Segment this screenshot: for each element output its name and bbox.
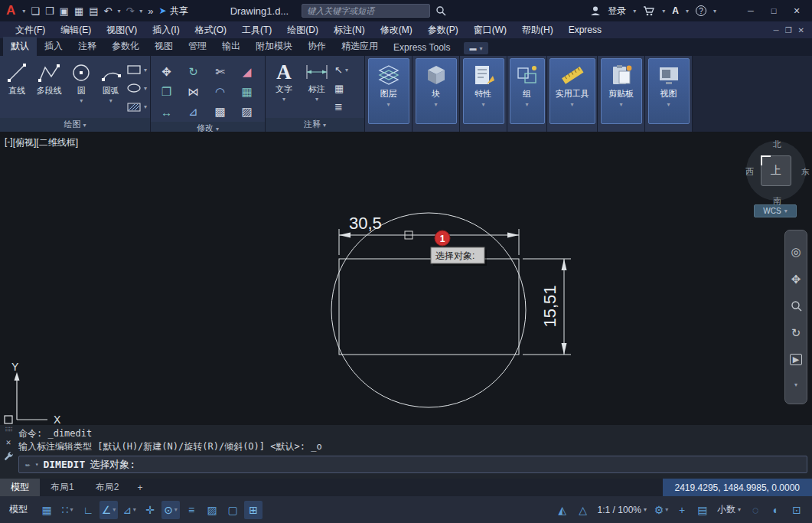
circle-tool[interactable]: 圆 ▾ [67,59,96,118]
view-button[interactable]: 视图 ▾ [648,58,690,124]
command-close-icon[interactable]: ✕ [6,437,11,447]
menu-help[interactable]: 帮助(H) [514,24,561,37]
new-layout-button[interactable]: + [129,479,150,496]
fillet-icon[interactable]: ◠ [215,85,225,99]
properties-button[interactable]: 特性 ▾ [463,58,504,124]
table-tool[interactable]: ▦ [334,83,348,94]
explode-icon[interactable]: ▨ [241,105,252,119]
recent-commands-icon[interactable]: ✏ [25,459,31,469]
viewcube-west[interactable]: 西 [745,166,754,178]
tab-model[interactable]: 模型 [0,479,40,496]
annotation-autoscale-toggle[interactable]: △ [574,501,592,519]
layers-button[interactable]: 图层 ▾ [368,58,409,124]
clipboard-button[interactable]: 剪贴板 ▾ [601,58,642,124]
arc-dropdown-icon[interactable]: ▾ [109,97,113,104]
share-button[interactable]: ➤ 共享 [159,5,188,18]
login-dropdown-icon[interactable]: ▾ [633,8,636,15]
minimize-button[interactable]: ─ [740,3,761,18]
viewport-view-control[interactable]: [俯视] [13,136,37,149]
ribbon-display-toggle[interactable]: ▬ ▾ [464,42,488,54]
command-input[interactable]: ✏ ▾ DIMEDIT 选择对象: [18,456,807,473]
menu-express[interactable]: Express [561,25,609,35]
login-button[interactable]: 登录 [608,5,626,18]
move-icon[interactable]: ✥ [161,65,171,79]
object-snap-toggle[interactable]: ⊙▾ [161,501,180,519]
maximize-button[interactable]: □ [763,3,784,18]
draw-panel-label[interactable]: 绘图 ▾ [0,118,150,132]
model-space-button[interactable]: 模型 [6,503,35,516]
ribbon-tab-output[interactable]: 输出 [214,37,248,56]
rotate-icon[interactable]: ↻ [188,65,198,79]
menu-modify[interactable]: 修改(M) [373,24,420,37]
ribbon-tab-view[interactable]: 视图 [147,37,181,56]
tolerance-tool[interactable]: ≣ [334,101,348,113]
line-tool[interactable]: 直线 [2,59,32,118]
doc-minimize-button[interactable]: ─ [774,26,779,34]
command-window[interactable]: 命令: _dimedit 输入标注编辑类型 [默认(H)/新建(N)/旋转(R)… [17,425,812,479]
search-input[interactable] [302,4,430,18]
object-snap-tracking-toggle[interactable]: ✛ [141,501,159,519]
tab-layout2[interactable]: 布局2 [85,479,130,496]
leader-tool[interactable]: ↖ ▾ [334,64,348,76]
orbit-icon[interactable]: ↻ [791,327,801,338]
quick-properties-toggle[interactable]: ▤ [693,501,712,519]
annotation-monitor-toggle[interactable]: + [673,501,691,519]
text-dropdown-icon[interactable]: ▾ [282,96,285,103]
copy-icon[interactable]: ❐ [161,85,171,99]
help-dropdown-icon[interactable]: ▾ [713,8,716,15]
polar-tracking-toggle[interactable]: ∠▾ [99,501,118,519]
viewcube[interactable]: 北 南 西 东 上 [739,138,812,208]
a-dropdown-icon[interactable]: ▾ [686,8,689,15]
rectangle-tool[interactable]: ▾ [126,64,147,75]
annotation-visibility-toggle[interactable]: ◭ [553,501,572,519]
ribbon-tab-collaborate[interactable]: 协作 [300,37,334,56]
viewcube-top-face[interactable]: 上 [761,155,791,186]
drawing-area[interactable]: 30,5 15,51 1 选择对象: [0,132,812,425]
mirror-icon[interactable]: ⋈ [188,85,199,99]
scale-icon[interactable]: ⊿ [188,105,198,119]
ribbon-tab-express[interactable]: Express Tools [386,39,458,56]
transparency-toggle[interactable]: ▨ [203,501,221,519]
coordinates-readout[interactable]: 2419.4295, 1484.9985, 0.0000 [663,479,812,496]
ribbon-tab-featured[interactable]: 精选应用 [334,37,386,56]
hatch-tool[interactable]: ▾ [126,102,147,113]
ribbon-tab-manage[interactable]: 管理 [181,37,214,56]
save-icon[interactable]: ▣ [60,5,69,17]
menu-file[interactable]: 文件(F) [8,24,53,37]
command-customize-wrench-icon[interactable] [3,451,14,462]
wcs-dropdown[interactable]: WCS ▾ [754,204,797,217]
user-icon[interactable] [590,5,601,16]
navigation-wheel-icon[interactable]: ◎ [791,246,801,257]
dimension-dropdown-icon[interactable]: ▾ [315,96,318,103]
circle-dropdown-icon[interactable]: ▾ [80,97,83,104]
workspace-switch[interactable]: ⚙▾ [652,501,670,519]
dimension-tool[interactable]: 标注 ▾ [300,59,334,118]
menu-format[interactable]: 格式(O) [188,24,234,37]
clean-screen-toggle[interactable]: ⊡ [788,501,806,519]
redo-icon[interactable]: ↷ [126,5,134,17]
annotate-panel-label[interactable]: 注释 ▾ [266,118,364,132]
ellipse-tool[interactable]: ▾ [126,83,147,93]
units-button[interactable]: 小数▾ [714,503,744,516]
autodesk-a-icon[interactable]: A [672,5,679,16]
graphics-performance-toggle[interactable]: ◐ [767,501,785,519]
annotation-scale-button[interactable]: 1:1 / 100%▾ [595,505,650,515]
zoom-icon[interactable] [791,300,802,312]
menu-draw[interactable]: 绘图(D) [279,24,326,37]
stretch-icon[interactable]: ↔ [161,106,172,119]
plot-icon[interactable]: ▤ [89,5,98,17]
open-file-icon[interactable]: ❒ [45,5,54,17]
recent-commands-dropdown-icon[interactable]: ▾ [35,461,39,468]
trim-icon[interactable]: ✄ [215,65,225,79]
showmotion-icon[interactable]: ▶ [790,354,802,365]
undo-dropdown-icon[interactable]: ▾ [117,8,120,15]
close-button[interactable]: ✕ [786,3,807,18]
snap-toggle[interactable]: ∷▾ [58,501,77,519]
navbar-dropdown-icon[interactable]: ▾ [794,381,797,388]
utilities-button[interactable]: 实用工具 ▾ [549,58,595,124]
menu-edit[interactable]: 编辑(E) [53,24,99,37]
doc-close-button[interactable]: ✕ [798,26,804,34]
undo-icon[interactable]: ↶ [104,5,113,17]
logo-dropdown-icon[interactable]: ▾ [22,8,25,15]
block-button[interactable]: 块 ▾ [416,58,457,124]
